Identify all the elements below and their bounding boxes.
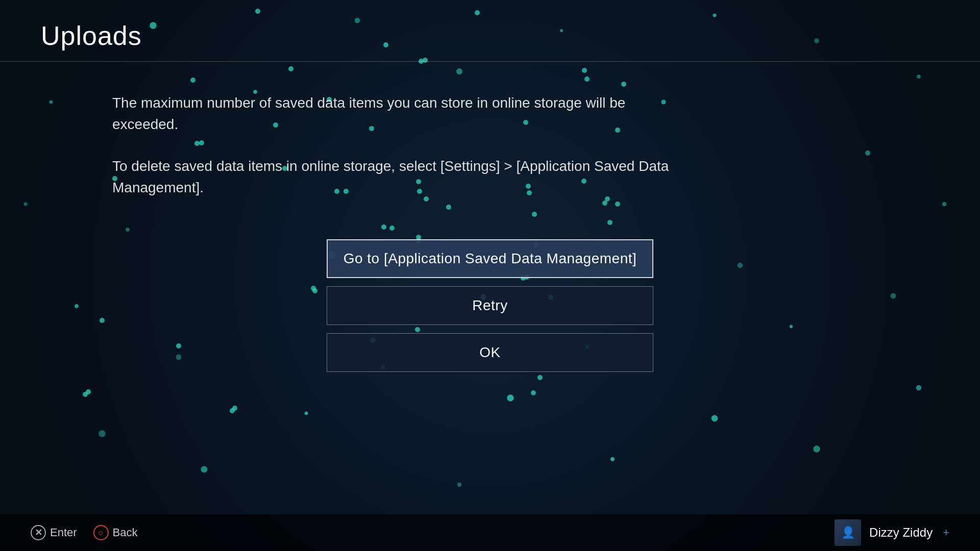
username: Dizzy Ziddy	[869, 525, 933, 540]
avatar-image: 👤	[835, 519, 861, 546]
page-title: Uploads	[41, 20, 939, 51]
goto-management-button[interactable]: Go to [Application Saved Data Management…	[327, 239, 653, 278]
ok-button[interactable]: OK	[327, 333, 653, 372]
enter-hint: ✕ Enter	[31, 525, 77, 540]
back-hint: ○ Back	[93, 525, 138, 540]
message-body: The maximum number of saved data items y…	[112, 92, 868, 198]
x-button-icon: ✕	[31, 525, 46, 540]
user-info: 👤 Dizzy Ziddy +	[835, 519, 949, 546]
o-button-icon: ○	[93, 525, 109, 540]
enter-label: Enter	[50, 526, 77, 539]
ps-plus-icon: +	[943, 526, 949, 539]
bottom-bar: ✕ Enter ○ Back 👤 Dizzy Ziddy +	[0, 514, 980, 551]
retry-button[interactable]: Retry	[327, 286, 653, 325]
controller-hints: ✕ Enter ○ Back	[31, 525, 138, 540]
buttons-container: Go to [Application Saved Data Management…	[112, 239, 868, 372]
avatar: 👤	[835, 519, 861, 546]
back-label: Back	[113, 526, 138, 539]
